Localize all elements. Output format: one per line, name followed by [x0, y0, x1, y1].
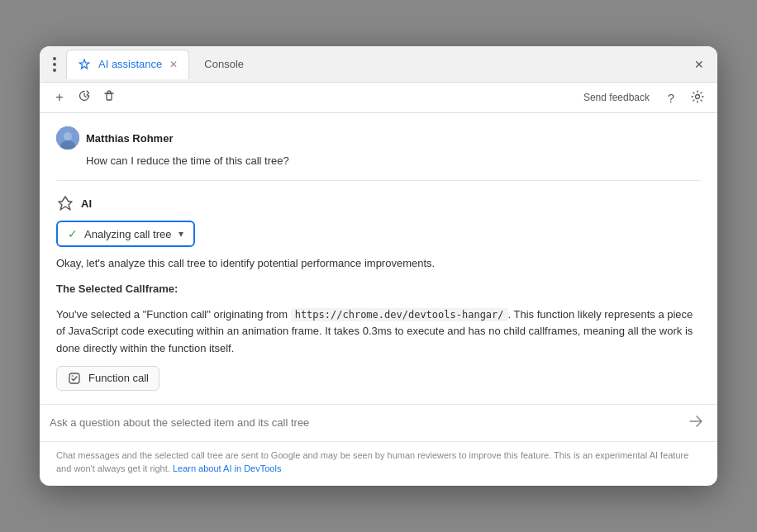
tab-console[interactable]: Console	[196, 50, 252, 79]
ai-section-title: The Selected Callframe:	[56, 281, 701, 298]
input-area	[40, 404, 717, 441]
svg-rect-0	[107, 93, 112, 100]
avatar	[56, 126, 79, 150]
footer-link[interactable]: Learn about AI in DevTools	[173, 463, 281, 473]
ai-url-code: https://chrome.dev/devtools-hangar/	[291, 308, 508, 321]
ai-tab-icon	[75, 55, 93, 74]
svg-rect-6	[69, 373, 79, 383]
ai-intro-text: Okay, let's analyze this call tree to id…	[56, 255, 701, 273]
svg-point-4	[64, 132, 72, 140]
devtools-window: AI assistance ✕ Console ✕ +	[40, 46, 717, 486]
function-call-label: Function call	[88, 372, 149, 384]
chevron-down-icon: ▾	[179, 228, 183, 240]
history-button[interactable]	[74, 88, 94, 107]
add-button[interactable]: +	[50, 88, 69, 107]
footer-text: Chat messages and the selected call tree…	[56, 450, 688, 474]
ai-body-start: You've selected a "Function call" origin…	[56, 308, 291, 321]
trash-icon	[102, 89, 116, 106]
ai-message: AI ✓ Analyzing call tree ▾ Okay, let's a…	[56, 194, 701, 391]
function-call-chip[interactable]: Function call	[56, 366, 159, 391]
chat-input[interactable]	[50, 416, 678, 429]
help-button[interactable]: ?	[661, 88, 681, 107]
svg-point-1	[696, 94, 700, 98]
window-close-button[interactable]: ✕	[691, 56, 707, 73]
tab-ai-assistance[interactable]: AI assistance ✕	[66, 50, 189, 79]
check-icon: ✓	[68, 227, 78, 240]
tab-ai-assistance-label: AI assistance	[98, 58, 162, 70]
section-title-bold: The Selected Callframe:	[56, 283, 178, 295]
user-name: Matthias Rohmer	[86, 132, 173, 145]
send-icon	[688, 414, 703, 432]
add-icon: +	[55, 90, 63, 105]
tab-console-label: Console	[204, 58, 244, 70]
ai-header: AI	[56, 194, 701, 212]
ai-body-text: You've selected a "Function call" origin…	[56, 306, 701, 358]
toolbar: + Send feedback ?	[40, 83, 717, 113]
send-button[interactable]	[684, 411, 707, 435]
tab-ai-assistance-close[interactable]: ✕	[167, 58, 180, 71]
user-text: How can I reduce the time of this call t…	[56, 154, 701, 167]
footer-note: Chat messages and the selected call tree…	[40, 441, 717, 486]
analyzing-chip[interactable]: ✓ Analyzing call tree ▾	[56, 221, 195, 247]
chat-content: Matthias Rohmer How can I reduce the tim…	[40, 113, 717, 404]
ai-message-icon	[56, 194, 74, 212]
analyzing-chip-label: Analyzing call tree	[84, 228, 172, 240]
gear-icon	[691, 90, 704, 106]
menu-dots[interactable]	[50, 54, 60, 75]
settings-button[interactable]	[688, 88, 707, 107]
title-bar-right: ✕	[691, 56, 707, 73]
help-icon: ?	[668, 91, 674, 105]
divider-1	[56, 180, 701, 181]
delete-button[interactable]	[99, 88, 119, 107]
user-message: Matthias Rohmer How can I reduce the tim…	[56, 126, 701, 167]
toolbar-right: Send feedback ?	[578, 88, 707, 107]
title-bar: AI assistance ✕ Console ✕	[40, 46, 717, 83]
ai-label: AI	[81, 197, 92, 210]
history-icon	[78, 89, 91, 106]
send-feedback-button[interactable]: Send feedback	[578, 88, 655, 107]
user-header: Matthias Rohmer	[56, 126, 701, 150]
function-call-icon	[67, 371, 82, 386]
